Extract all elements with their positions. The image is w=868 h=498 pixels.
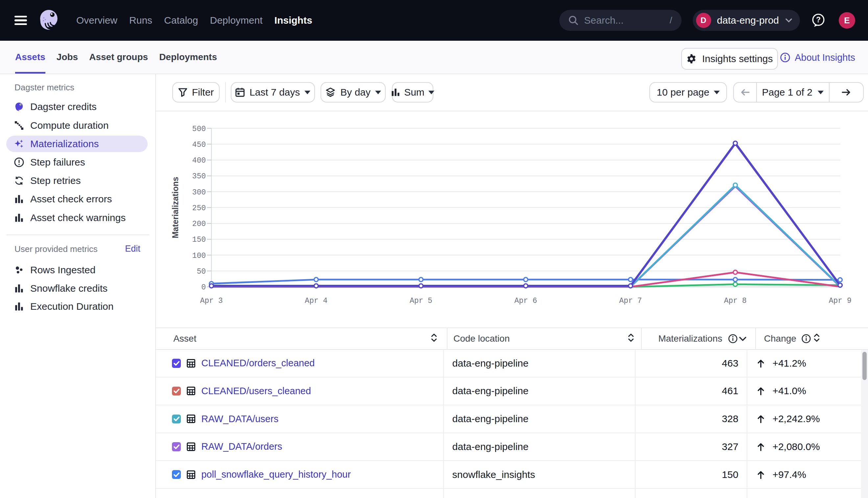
svg-text:Apr 3: Apr 3 <box>200 297 222 305</box>
svg-text:300: 300 <box>192 188 206 197</box>
svg-text:Apr 9: Apr 9 <box>829 297 852 305</box>
svg-text:350: 350 <box>192 172 206 181</box>
svg-text:50: 50 <box>196 267 206 276</box>
svg-text:Materializations: Materializations <box>171 177 180 238</box>
svg-text:500: 500 <box>192 125 206 133</box>
svg-text:Apr 7: Apr 7 <box>619 297 642 305</box>
svg-text:400: 400 <box>192 157 206 165</box>
svg-text:?: ? <box>816 15 821 24</box>
svg-text:450: 450 <box>192 141 206 149</box>
svg-text:Apr 8: Apr 8 <box>724 297 747 305</box>
svg-text:100: 100 <box>192 252 206 260</box>
svg-text:150: 150 <box>192 236 206 245</box>
svg-text:Apr 5: Apr 5 <box>410 297 432 305</box>
svg-text:0: 0 <box>201 284 206 292</box>
svg-text:Apr 6: Apr 6 <box>514 297 537 305</box>
svg-text:Apr 4: Apr 4 <box>305 297 328 305</box>
svg-text:250: 250 <box>192 204 206 212</box>
svg-text:200: 200 <box>192 220 206 228</box>
